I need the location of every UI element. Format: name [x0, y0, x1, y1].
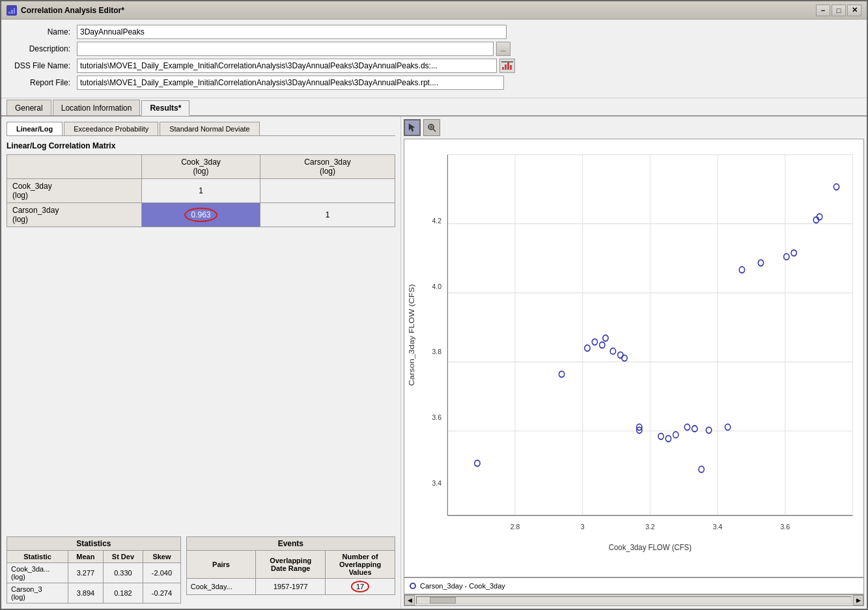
events-col-daterange: OverlappingDate Range — [256, 551, 326, 579]
matrix-header-empty — [7, 155, 142, 179]
stats-col-stdev: St Dev — [103, 551, 143, 563]
events-row1-pairs: Cook_3day... — [186, 579, 256, 595]
events-col-pairs: Pairs — [186, 551, 256, 579]
window-title: Correlation Analysis Editor* — [21, 6, 124, 15]
window-controls: − □ ✕ — [816, 5, 861, 16]
tab-general[interactable]: General — [7, 100, 51, 115]
x-tick-5: 3.6 — [781, 522, 790, 531]
events-col-count: Number ofOverlappingValues — [326, 551, 395, 579]
stats-col-skew: Skew — [143, 551, 181, 563]
subtab-exceedance[interactable]: Exceedance Probability — [64, 122, 158, 135]
data-point — [739, 267, 744, 273]
subtab-linearlog[interactable]: Linear/Log — [7, 122, 63, 135]
scroll-right-button[interactable]: ▶ — [853, 595, 863, 605]
chart-toolbar — [404, 119, 864, 136]
description-input[interactable] — [77, 42, 494, 56]
zoom-tool-button[interactable] — [423, 119, 440, 136]
y-tick-1: 3.4 — [432, 478, 441, 487]
matrix-header-col1: Cook_3day(log) — [141, 155, 260, 179]
x-tick-2: 3 — [581, 522, 585, 531]
stats-row1-stdev: 0.330 — [103, 563, 143, 583]
events-header-row: Pairs OverlappingDate Range Number ofOve… — [186, 551, 395, 579]
events-table: Pairs OverlappingDate Range Number ofOve… — [186, 550, 395, 595]
y-tick-3: 3.8 — [432, 347, 441, 355]
restore-button[interactable]: □ — [832, 5, 846, 16]
events-title: Events — [186, 536, 395, 550]
scrollbar-thumb[interactable] — [430, 597, 456, 603]
legend-dot — [410, 583, 416, 589]
stats-col-mean: Mean — [68, 551, 104, 563]
data-point — [706, 427, 711, 433]
right-panel: 2.8 3 3.2 3.4 3.6 3.4 3.6 3.8 4. — [401, 117, 867, 609]
x-axis-label: Cook_3day FLOW (CFS) — [609, 542, 692, 552]
svg-rect-1 — [11, 10, 13, 14]
svg-rect-5 — [507, 62, 509, 70]
svg-rect-2 — [14, 8, 15, 14]
matrix-header-col2: Carson_3day(log) — [260, 155, 395, 179]
name-input[interactable] — [77, 25, 507, 39]
data-point — [784, 254, 789, 260]
matrix-row-1: Cook_3day(log) 1 — [7, 179, 395, 203]
data-point — [592, 339, 597, 345]
data-point — [622, 355, 627, 361]
tab-results[interactable]: Results* — [141, 100, 189, 116]
svg-rect-4 — [505, 64, 507, 70]
dss-input[interactable] — [77, 59, 497, 73]
svg-line-10 — [433, 129, 436, 132]
scroll-left-button[interactable]: ◀ — [404, 595, 415, 605]
x-tick-4: 3.4 — [713, 522, 722, 531]
tab-location[interactable]: Location Information — [53, 100, 141, 115]
svg-rect-3 — [502, 67, 504, 70]
scrollbar-track[interactable] — [416, 596, 852, 604]
chart-legend: Carson_3day - Cook_3day — [404, 577, 864, 594]
main-window: Correlation Analysis Editor* − □ ✕ Name:… — [0, 0, 868, 610]
stats-row1-mean: 3.277 — [68, 563, 104, 583]
report-label: Report File: — [9, 78, 74, 87]
data-point — [833, 184, 839, 189]
y-tick-5: 4.2 — [432, 216, 441, 225]
stats-col-statistic: Statistic — [7, 551, 68, 563]
dss-label: DSS File Name: — [9, 61, 74, 70]
correlation-matrix: Cook_3day(log) Carson_3day(log) Cook_3da… — [7, 154, 395, 227]
matrix-cell-2-2: 1 — [260, 203, 395, 227]
subtab-normal[interactable]: Standard Normal Deviate — [160, 122, 260, 135]
stats-row2-stdev: 0.182 — [103, 583, 143, 603]
sub-tabs: Linear/Log Exceedance Probability Standa… — [7, 122, 395, 136]
overlap-count-value: 17 — [351, 581, 369, 592]
bottom-tables: Statistics Statistic Mean St Dev Skew — [7, 536, 395, 603]
svg-marker-8 — [409, 124, 415, 132]
report-row: Report File: — [9, 76, 859, 90]
events-section: Events Pairs OverlappingDate Range Numbe… — [186, 536, 395, 603]
data-point — [603, 335, 608, 341]
name-row: Name: — [9, 25, 859, 39]
statistics-table: Statistic Mean St Dev Skew Cook_3da...(l… — [7, 550, 181, 603]
statistics-section: Statistics Statistic Mean St Dev Skew — [7, 536, 181, 603]
cursor-tool-button[interactable] — [404, 119, 421, 136]
data-point — [658, 434, 664, 439]
events-row-1: Cook_3day... 1957-1977 17 — [186, 579, 395, 595]
data-point — [475, 460, 480, 466]
data-point — [610, 348, 615, 354]
title-bar: Correlation Analysis Editor* − □ ✕ — [1, 1, 867, 20]
matrix-cell-1-2 — [260, 179, 395, 203]
dss-chart-button[interactable] — [499, 59, 515, 73]
correlation-value: 0.963 — [184, 208, 217, 222]
y-tick-2: 3.6 — [432, 413, 441, 422]
stats-row-1: Cook_3da...(log) 3.277 0.330 -2.040 — [7, 563, 181, 583]
form-area: Name: Description: ... DSS File Name: — [1, 20, 867, 98]
report-input[interactable] — [77, 76, 504, 90]
close-button[interactable]: ✕ — [847, 5, 861, 16]
svg-rect-6 — [510, 65, 512, 70]
description-browse-button[interactable]: ... — [496, 42, 511, 56]
stats-row2-mean: 3.894 — [68, 583, 104, 603]
events-row1-count: 17 — [326, 579, 395, 595]
horizontal-scrollbar[interactable]: ◀ ▶ — [404, 594, 864, 606]
matrix-cell-2-1: 0.963 — [141, 203, 260, 227]
data-point — [684, 424, 690, 430]
dss-row: DSS File Name: — [9, 59, 859, 73]
title-bar-left: Correlation Analysis Editor* — [7, 5, 124, 16]
minimize-button[interactable]: − — [816, 5, 830, 16]
x-tick-3: 3.2 — [645, 522, 654, 531]
data-point — [791, 250, 796, 256]
scatter-chart: 2.8 3 3.2 3.4 3.6 3.4 3.6 3.8 4. — [404, 139, 864, 577]
